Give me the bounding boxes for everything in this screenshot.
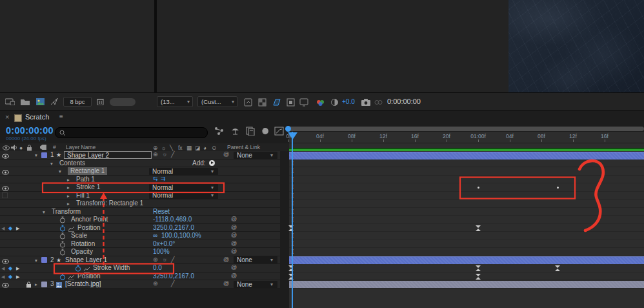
tab-scratch[interactable]: Scratch bbox=[25, 113, 49, 121]
layer-name[interactable]: Shape Layer 2 bbox=[64, 151, 152, 159]
track-row[interactable]: I bbox=[289, 183, 644, 192]
track-row[interactable] bbox=[289, 151, 644, 159]
track-row[interactable]: I bbox=[289, 208, 644, 216]
exposure-value[interactable]: +0.0 bbox=[342, 98, 355, 105]
property-row[interactable]: ▸Path 1⇆ ⇉ bbox=[0, 176, 280, 184]
property-value[interactable]: 3250.0,2167.0 bbox=[153, 224, 194, 232]
parent-dropdown[interactable]: None▾ bbox=[234, 256, 277, 263]
roi-icon[interactable] bbox=[272, 98, 281, 107]
motion-blur-icon[interactable] bbox=[260, 127, 269, 136]
track-row[interactable]: I bbox=[289, 192, 644, 200]
image-icon[interactable] bbox=[36, 98, 45, 105]
property-value[interactable]: 0.0 bbox=[153, 264, 162, 272]
expander-icon[interactable]: ▾ bbox=[50, 160, 53, 168]
time-ruler[interactable]: 0f04f08f12f16f20f01:00f04f08f12f16f bbox=[289, 132, 644, 143]
property-value[interactable]: 100% bbox=[153, 248, 170, 256]
magnification-dropdown[interactable]: (13...▾ bbox=[157, 96, 193, 107]
property-row[interactable]: ◀◆▶Position3250.0,2167.0@ bbox=[0, 224, 280, 232]
track-row[interactable]: I bbox=[289, 216, 644, 224]
property-row[interactable]: Rotation0x+0.0°@ bbox=[0, 240, 280, 249]
property-pickwhip-icon[interactable]: @ bbox=[231, 272, 237, 280]
comp-flowchart-icon[interactable] bbox=[214, 127, 225, 136]
property-pickwhip-icon[interactable]: @ bbox=[231, 224, 237, 232]
exposure-icon[interactable] bbox=[330, 98, 339, 107]
folder-icon[interactable] bbox=[21, 98, 30, 105]
property-name[interactable]: Path 1 bbox=[76, 176, 95, 183]
next-keyframe-arrow[interactable]: ▶ bbox=[16, 225, 19, 232]
blend-mode-dropdown[interactable]: Normal▾ bbox=[149, 192, 218, 199]
stopwatch-icon[interactable] bbox=[75, 265, 81, 272]
track-row[interactable]: I bbox=[289, 176, 644, 184]
expander-icon[interactable]: ▸ bbox=[67, 192, 70, 200]
property-name[interactable]: Position bbox=[77, 272, 101, 280]
property-pickwhip-icon[interactable]: @ bbox=[231, 264, 237, 272]
property-value[interactable]: 3250.0,2167.0 bbox=[153, 272, 194, 280]
playhead-line[interactable] bbox=[292, 132, 293, 308]
navigator-start-handle[interactable] bbox=[285, 126, 291, 132]
transparency-grid-icon[interactable] bbox=[258, 98, 267, 107]
next-keyframe-arrow[interactable]: ▶ bbox=[16, 265, 19, 272]
prev-keyframe-arrow[interactable]: ◀ bbox=[1, 225, 5, 232]
property-name[interactable]: Scale bbox=[71, 232, 87, 240]
snapshot-camera-icon[interactable] bbox=[361, 98, 370, 106]
property-value[interactable]: -1118.0,469.0 bbox=[153, 216, 192, 223]
preview-monitor-icon[interactable] bbox=[299, 98, 308, 107]
layer-switch-icon[interactable]: ⊕ bbox=[153, 256, 158, 264]
property-value[interactable]: 0x+0.0° bbox=[153, 240, 175, 248]
mask-visibility-icon[interactable] bbox=[287, 98, 295, 107]
expander-icon[interactable]: ▾ bbox=[35, 257, 37, 265]
property-row[interactable]: ◀◆▶Stroke Width0.0@ bbox=[0, 264, 280, 272]
next-keyframe-arrow[interactable]: ▶ bbox=[16, 273, 19, 281]
label-color-swatch[interactable] bbox=[41, 152, 47, 158]
property-graph-icon[interactable] bbox=[83, 265, 90, 273]
property-pickwhip-icon[interactable]: @ bbox=[231, 216, 237, 223]
layer-name[interactable]: Shape Layer 1 bbox=[65, 256, 107, 264]
add-icon[interactable] bbox=[209, 160, 215, 166]
blend-mode-dropdown[interactable]: Normal▾ bbox=[149, 168, 218, 175]
stopwatch-icon[interactable] bbox=[59, 216, 66, 224]
property-name[interactable]: Rotation bbox=[71, 240, 95, 248]
link-dimensions-icon[interactable]: ∞ bbox=[153, 232, 157, 240]
expander-icon[interactable]: ▸ bbox=[67, 184, 70, 192]
property-row[interactable]: Anchor Point-1118.0,469.0@ bbox=[0, 216, 280, 224]
property-name[interactable]: Transform bbox=[52, 208, 81, 216]
property-name[interactable]: Contents bbox=[59, 159, 85, 167]
keyframe-icon[interactable] bbox=[555, 265, 560, 271]
bit-depth-button[interactable]: 8 bpc bbox=[63, 97, 92, 107]
keyframe-diamond-icon[interactable]: ◆ bbox=[8, 265, 12, 272]
expander-icon[interactable]: ▾ bbox=[43, 209, 45, 216]
expander-icon[interactable]: ▾ bbox=[59, 168, 61, 176]
eye-icon[interactable] bbox=[2, 282, 9, 289]
stopwatch-icon[interactable] bbox=[59, 224, 66, 232]
layer-duration-bar[interactable] bbox=[289, 281, 644, 288]
layer-switch-icon[interactable]: ⊕ bbox=[153, 151, 158, 159]
layer-switch-icon[interactable]: ⊕ bbox=[153, 280, 158, 288]
track-row[interactable] bbox=[289, 264, 644, 272]
property-name[interactable]: Stroke 1 bbox=[76, 183, 100, 191]
lock-icon[interactable] bbox=[26, 281, 32, 289]
layer-row[interactable]: ▾1★Shape Layer 2⊕☼╱@None▾ bbox=[0, 151, 280, 159]
trash-icon[interactable] bbox=[97, 98, 104, 105]
stopwatch-icon[interactable] bbox=[59, 249, 66, 256]
blend-mode-dropdown[interactable]: Normal▾ bbox=[149, 184, 218, 191]
property-row[interactable]: ▸Transform: Rectangle 1 bbox=[0, 200, 280, 208]
layer-switch-icon[interactable]: ☼ bbox=[162, 256, 167, 264]
track-row[interactable] bbox=[289, 256, 644, 265]
layer-switch-icon[interactable]: ╱ bbox=[171, 256, 174, 264]
property-row[interactable]: ▾ContentsAdd: bbox=[0, 159, 280, 168]
stopwatch-icon[interactable] bbox=[59, 240, 66, 248]
frame-blending-icon[interactable] bbox=[246, 127, 255, 136]
property-graph-icon[interactable] bbox=[68, 225, 75, 232]
keyframe-diamond-icon[interactable]: ◆ bbox=[8, 273, 12, 281]
time-navigator[interactable] bbox=[287, 127, 644, 131]
property-name[interactable]: Stroke Width bbox=[93, 264, 130, 272]
parent-dropdown[interactable]: None▾ bbox=[234, 152, 277, 159]
property-name[interactable]: Position bbox=[77, 224, 101, 232]
keyframe-icon[interactable] bbox=[476, 274, 481, 280]
path-direction-icons[interactable]: ⇆ ⇉ bbox=[153, 176, 166, 183]
property-row[interactable]: Opacity100%@ bbox=[0, 248, 280, 256]
stopwatch-icon[interactable] bbox=[59, 232, 66, 240]
current-timecode[interactable]: 0:00:00:00 bbox=[6, 125, 54, 136]
track-row[interactable] bbox=[289, 280, 644, 289]
label-color-swatch[interactable] bbox=[41, 282, 47, 287]
